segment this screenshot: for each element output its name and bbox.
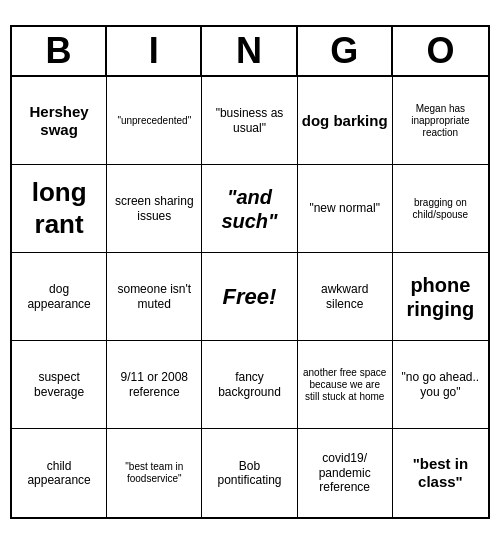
bingo-cell-2: "business as usual" xyxy=(202,77,297,165)
bingo-cell-10: dog appearance xyxy=(12,253,107,341)
bingo-cell-14: phone ringing xyxy=(393,253,488,341)
bingo-cell-7: "and such" xyxy=(202,165,297,253)
bingo-cell-12: Free! xyxy=(202,253,297,341)
header-letter-n: N xyxy=(202,27,297,75)
header-letter-g: G xyxy=(298,27,393,75)
bingo-cell-24: "best in class" xyxy=(393,429,488,517)
bingo-cell-6: screen sharing issues xyxy=(107,165,202,253)
bingo-grid: Hershey swag"unprecedented""business as … xyxy=(12,77,488,517)
bingo-cell-11: someone isn't muted xyxy=(107,253,202,341)
bingo-cell-19: "no go ahead.. you go" xyxy=(393,341,488,429)
bingo-cell-5: long rant xyxy=(12,165,107,253)
bingo-cell-22: Bob pontificating xyxy=(202,429,297,517)
bingo-cell-13: awkward silence xyxy=(298,253,393,341)
bingo-cell-21: "best team in foodservice" xyxy=(107,429,202,517)
bingo-cell-1: "unprecedented" xyxy=(107,77,202,165)
bingo-cell-23: covid19/ pandemic reference xyxy=(298,429,393,517)
header-letter-i: I xyxy=(107,27,202,75)
bingo-cell-18: another free space because we are still … xyxy=(298,341,393,429)
bingo-cell-20: child appearance xyxy=(12,429,107,517)
bingo-cell-3: dog barking xyxy=(298,77,393,165)
bingo-cell-4: Megan has inappropriate reaction xyxy=(393,77,488,165)
bingo-cell-15: suspect beverage xyxy=(12,341,107,429)
bingo-cell-16: 9/11 or 2008 reference xyxy=(107,341,202,429)
bingo-cell-17: fancy background xyxy=(202,341,297,429)
header-letter-b: B xyxy=(12,27,107,75)
bingo-cell-9: bragging on child/spouse xyxy=(393,165,488,253)
bingo-card: BINGO Hershey swag"unprecedented""busine… xyxy=(10,25,490,519)
header-letter-o: O xyxy=(393,27,488,75)
bingo-cell-8: "new normal" xyxy=(298,165,393,253)
bingo-header: BINGO xyxy=(12,27,488,77)
bingo-cell-0: Hershey swag xyxy=(12,77,107,165)
